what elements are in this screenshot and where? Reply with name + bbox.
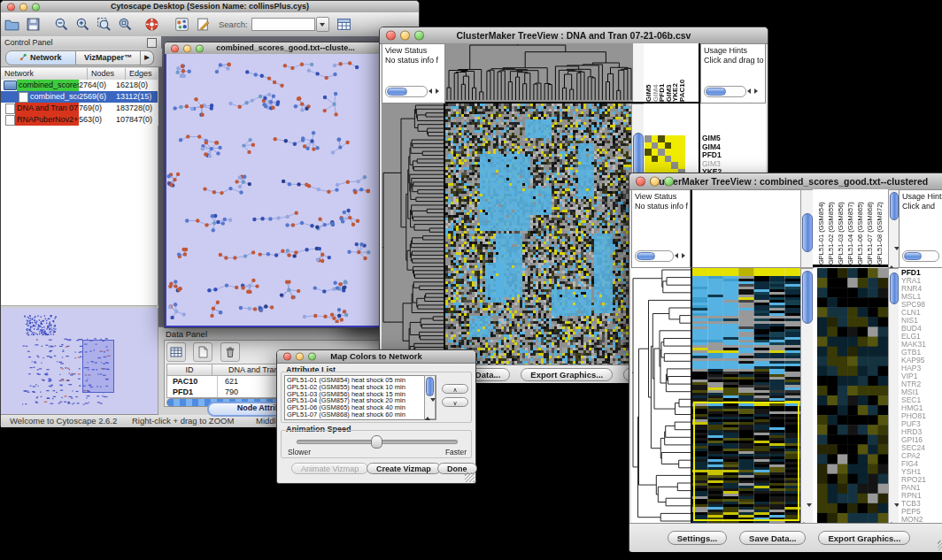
heatmap-cell[interactable] bbox=[658, 142, 665, 150]
move-up-button[interactable]: ∧ bbox=[442, 384, 468, 394]
network-list-row[interactable]: DNA and Tran 07 769(0) 183728(0) bbox=[1, 103, 158, 114]
scroll-left-icon[interactable] bbox=[429, 88, 432, 94]
column-network[interactable]: Network bbox=[1, 68, 88, 80]
treeview-footer-button[interactable]: Export Graphics... bbox=[521, 368, 613, 381]
zoom-button[interactable] bbox=[414, 31, 424, 41]
delete-attribute-button[interactable] bbox=[220, 342, 240, 362]
column-edges[interactable]: Edges bbox=[126, 68, 158, 80]
zoom-selected-button[interactable] bbox=[94, 15, 113, 35]
column-dendrogram[interactable] bbox=[445, 43, 633, 104]
help-button[interactable] bbox=[142, 15, 161, 35]
dialog-titlebar[interactable]: Map Colors to Network bbox=[277, 350, 475, 364]
heatmap-cell[interactable] bbox=[665, 149, 672, 156]
heatmap-cell[interactable] bbox=[671, 162, 678, 169]
scroll-left-icon[interactable] bbox=[675, 253, 678, 258]
array-column-label[interactable]: GPL51-07 (GSM868) bbox=[865, 189, 875, 265]
column-nodes[interactable]: Nodes bbox=[88, 68, 126, 80]
heatmap-cell[interactable] bbox=[671, 142, 678, 150]
open-session-button[interactable] bbox=[2, 15, 21, 35]
treeview1-titlebar[interactable]: ClusterMaker TreeView : DNA and Tran 07-… bbox=[380, 27, 768, 44]
zoom-button[interactable] bbox=[308, 353, 316, 361]
heatmap-cell[interactable] bbox=[645, 162, 652, 169]
minimize-button[interactable] bbox=[19, 3, 27, 11]
close-button[interactable] bbox=[386, 31, 396, 41]
array-column-label[interactable]: GPL51-08 (GSM872) bbox=[875, 189, 884, 265]
hints-hscrollbar[interactable] bbox=[704, 86, 746, 97]
scrollbar-thumb[interactable] bbox=[890, 192, 899, 220]
heatmap-cell[interactable] bbox=[652, 162, 659, 169]
zoom-button[interactable] bbox=[664, 177, 674, 187]
tab-network[interactable]: Network bbox=[5, 50, 76, 65]
tab-vizmapper[interactable]: VizMapper™ bbox=[76, 50, 141, 65]
minimize-button[interactable] bbox=[183, 44, 191, 52]
scrollbar-thumb[interactable] bbox=[802, 271, 813, 324]
network1-titlebar[interactable]: combined_scores_good.txt--cluste... bbox=[165, 42, 382, 55]
heatmap-cell[interactable] bbox=[671, 149, 678, 156]
heatmap-cell[interactable] bbox=[678, 156, 685, 163]
close-button[interactable] bbox=[171, 44, 179, 52]
gene-similarity-heatmap[interactable] bbox=[645, 135, 685, 176]
heatmap-cell[interactable] bbox=[658, 156, 665, 163]
treeview-footer-button[interactable]: Export Graphics... bbox=[818, 531, 910, 545]
scroll-down-icon[interactable] bbox=[807, 503, 812, 522]
edit-annotation-button[interactable] bbox=[193, 15, 212, 35]
minimize-button[interactable] bbox=[400, 31, 410, 41]
heatmap-cell[interactable] bbox=[645, 142, 652, 150]
status-hscrollbar[interactable] bbox=[635, 250, 674, 262]
float-panel-icon[interactable] bbox=[147, 38, 157, 48]
heatmap-cell[interactable] bbox=[678, 142, 685, 150]
resize-grip[interactable] bbox=[465, 472, 475, 482]
zoom-button[interactable] bbox=[32, 3, 40, 11]
scroll-right-icon[interactable] bbox=[682, 253, 685, 258]
scroll-right-icon[interactable] bbox=[436, 88, 439, 94]
overview-canvas[interactable] bbox=[1, 308, 158, 414]
heatmap-cell[interactable] bbox=[678, 162, 685, 169]
scroll-right-icon[interactable] bbox=[754, 88, 758, 94]
treeview2-titlebar[interactable]: ClusterMaker TreeView : combined_scores_… bbox=[629, 173, 942, 190]
slider-thumb[interactable] bbox=[371, 435, 382, 449]
row-dendrogram[interactable] bbox=[631, 268, 691, 523]
zoom-button[interactable] bbox=[196, 44, 204, 52]
heatmap-cell[interactable] bbox=[645, 156, 652, 163]
attribute-select-button[interactable] bbox=[166, 342, 186, 362]
attribute-item[interactable]: GPL51-07 (GSM868) heat shock 60 min bbox=[285, 411, 436, 418]
resize-grip[interactable] bbox=[938, 541, 942, 550]
tv2-heatmap[interactable] bbox=[691, 268, 802, 523]
treeview-footer-button[interactable]: Settings... bbox=[668, 531, 727, 545]
heatmap-cell[interactable] bbox=[658, 135, 665, 142]
heatmap-cell[interactable] bbox=[671, 135, 678, 142]
treeview-footer-button[interactable]: Save Data... bbox=[739, 531, 806, 545]
network-list-row[interactable]: RNAPuberNov2+| 563(0) 107847(0) bbox=[1, 114, 158, 126]
node-appearance-button[interactable] bbox=[172, 15, 191, 35]
scroll-down-icon[interactable] bbox=[430, 398, 436, 417]
array-column-label[interactable]: GPL51-01 (GSM854) bbox=[816, 189, 826, 265]
network-overview-panel[interactable] bbox=[1, 308, 158, 414]
heatmap-cell[interactable] bbox=[678, 149, 685, 156]
heatmap-cell[interactable] bbox=[652, 149, 659, 156]
array-column-label[interactable]: GPL51-04 (GSM857) bbox=[845, 189, 855, 265]
scroll-left-icon[interactable] bbox=[747, 88, 751, 94]
scrollbar-thumb[interactable] bbox=[426, 377, 434, 396]
heatmap-cell[interactable] bbox=[671, 156, 678, 163]
network-list-row[interactable]: combined_scores_ 2764(0) 16218(0) bbox=[1, 80, 158, 91]
heatmap-cell[interactable] bbox=[678, 135, 685, 142]
network-view[interactable] bbox=[165, 54, 382, 327]
tab-overflow-button[interactable]: ▶ bbox=[141, 50, 154, 65]
heatmap-cell[interactable] bbox=[658, 162, 665, 169]
array-column-label[interactable]: GPL51-03 (GSM856) bbox=[836, 189, 845, 265]
status-hscrollbar[interactable] bbox=[385, 86, 428, 97]
create-vizmap-button[interactable]: Create Vizmap bbox=[367, 463, 441, 474]
close-button[interactable] bbox=[283, 353, 291, 361]
heatmap-cell[interactable] bbox=[652, 135, 659, 142]
close-button[interactable] bbox=[7, 3, 15, 11]
heatmap-cell[interactable] bbox=[665, 162, 672, 169]
array-column-label[interactable]: GPL51-06 (GSM865) bbox=[855, 189, 865, 265]
column-id[interactable]: ID bbox=[167, 364, 212, 375]
attribute-list-vscrollbar[interactable] bbox=[424, 375, 436, 419]
scrollbar-thumb[interactable] bbox=[802, 213, 813, 252]
heatmap-cell[interactable] bbox=[665, 156, 672, 163]
heatmap-cell[interactable] bbox=[665, 142, 672, 150]
heatmap-cell[interactable] bbox=[652, 156, 659, 163]
heatmap-cell[interactable] bbox=[645, 149, 652, 156]
column-dendrogram[interactable] bbox=[691, 189, 803, 268]
